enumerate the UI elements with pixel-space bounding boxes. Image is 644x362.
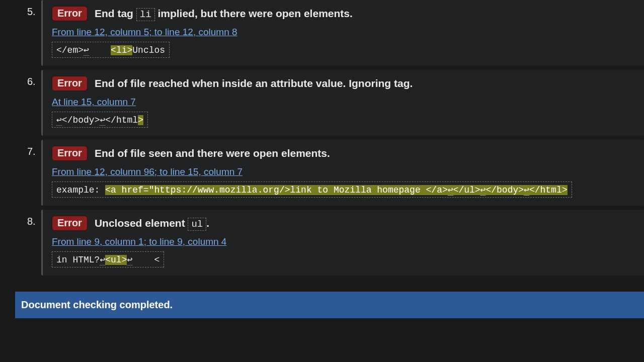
code-token: ul <box>188 218 206 231</box>
error-badge: Error <box>52 216 88 231</box>
code-extract: example: <a href="https://www.mozilla.or… <box>52 182 572 198</box>
code-extract: in HTML?↩<ul>↩ < <box>52 251 164 267</box>
completion-banner: Document checking completed. <box>15 292 644 318</box>
error-badge: Error <box>52 76 88 91</box>
validation-message: 5. Error End tag li implied, but there w… <box>15 0 644 66</box>
validation-message: 7. Error End of file seen and there were… <box>15 140 644 206</box>
validation-message: 8. Error Unclosed element ul. From line … <box>15 210 644 276</box>
error-badge: Error <box>52 6 88 21</box>
location-link[interactable]: From line 9, column 1; to line 9, column… <box>52 236 226 247</box>
message-text: End tag li implied, but there were open … <box>95 8 353 20</box>
message-text: End of file seen and there were open ele… <box>95 147 330 159</box>
message-number: 6. <box>27 76 36 87</box>
validation-message: 6. Error End of file reached when inside… <box>15 70 644 136</box>
location-link[interactable]: From line 12, column 5; to line 12, colu… <box>52 27 237 38</box>
error-badge: Error <box>52 146 88 161</box>
message-number: 8. <box>27 216 36 227</box>
message-text: End of file reached when inside an attri… <box>95 77 413 89</box>
message-text: Unclosed element ul. <box>95 217 209 230</box>
location-link[interactable]: From line 12, column 96; to line 15, col… <box>52 166 243 177</box>
location-link[interactable]: At line 15, column 7 <box>52 97 136 108</box>
code-extract: </em>↩ <li>Unclos <box>52 42 170 58</box>
message-number: 5. <box>27 6 36 18</box>
code-token: li <box>136 8 155 21</box>
code-extract: ↩</body>↩</html> <box>52 112 148 128</box>
message-number: 7. <box>27 146 36 157</box>
